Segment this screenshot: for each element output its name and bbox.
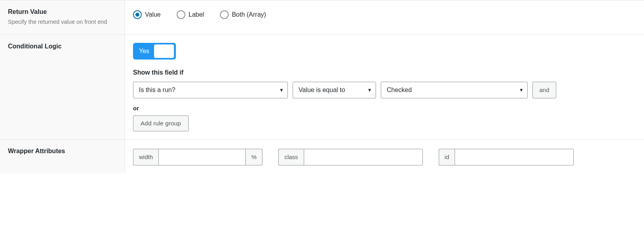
return-value-content: Value Label Both (Array)	[125, 0, 644, 35]
rule-field-select[interactable]: Is this a run?	[133, 82, 288, 98]
class-prefix: class	[278, 149, 303, 165]
width-prefix: width	[133, 149, 158, 165]
rule-value-wrap: Checked ▼	[381, 82, 528, 98]
class-group: class	[278, 149, 422, 165]
radio-value-label: Value	[145, 11, 161, 18]
id-prefix: id	[439, 149, 455, 165]
toggle-handle	[154, 44, 174, 58]
rule-field-wrap: Is this a run? ▼	[133, 82, 288, 98]
rule-operator-wrap: Value is equal to ▼	[293, 82, 376, 98]
return-value-radio-group: Value Label Both (Array)	[133, 8, 636, 19]
wrapper-attrs-group: width % class id	[133, 148, 636, 165]
return-value-row: Return Value Specify the returned value …	[0, 0, 644, 35]
radio-both[interactable]: Both (Array)	[220, 10, 266, 19]
toggle-yes-label: Yes	[135, 48, 154, 55]
radio-label[interactable]: Label	[177, 10, 204, 19]
radio-circle-icon	[177, 10, 185, 19]
wrapper-attributes-title: Wrapper Attributes	[8, 148, 117, 155]
radio-circle-icon	[133, 10, 142, 19]
conditional-logic-content: Yes Show this field if Is this a run? ▼ …	[125, 35, 644, 139]
width-input[interactable]	[158, 149, 246, 165]
rule-operator-select[interactable]: Value is equal to	[293, 82, 376, 98]
and-button[interactable]: and	[532, 82, 556, 98]
add-rule-group-button[interactable]: Add rule group	[133, 115, 189, 131]
conditional-logic-row: Conditional Logic Yes Show this field if…	[0, 35, 644, 139]
conditional-logic-label-col: Conditional Logic	[0, 35, 125, 139]
wrapper-attributes-label-col: Wrapper Attributes	[0, 140, 125, 173]
class-input[interactable]	[304, 149, 423, 165]
id-input[interactable]	[455, 149, 574, 165]
return-value-description: Specify the returned value on front end	[8, 18, 117, 27]
rule-value-select[interactable]: Checked	[381, 82, 528, 98]
width-suffix: %	[246, 149, 262, 165]
conditional-logic-toggle[interactable]: Yes	[133, 43, 176, 60]
return-value-title: Return Value	[8, 8, 117, 15]
wrapper-attributes-content: width % class id	[125, 140, 644, 173]
radio-circle-icon	[220, 10, 229, 19]
rule-row: Is this a run? ▼ Value is equal to ▼ Che…	[133, 82, 636, 98]
radio-value[interactable]: Value	[133, 10, 161, 19]
id-group: id	[439, 149, 574, 165]
show-if-heading: Show this field if	[133, 69, 636, 76]
rule-operator-value: Value is equal to	[299, 86, 345, 94]
rule-field-value: Is this a run?	[139, 86, 175, 94]
wrapper-attributes-row: Wrapper Attributes width % class id	[0, 139, 644, 173]
width-group: width %	[133, 149, 262, 165]
conditional-logic-title: Conditional Logic	[8, 43, 117, 50]
rule-value-text: Checked	[387, 86, 412, 94]
return-value-label-col: Return Value Specify the returned value …	[0, 0, 125, 35]
or-label: or	[133, 105, 636, 111]
radio-both-label: Both (Array)	[232, 11, 266, 18]
radio-label-label: Label	[189, 11, 204, 18]
